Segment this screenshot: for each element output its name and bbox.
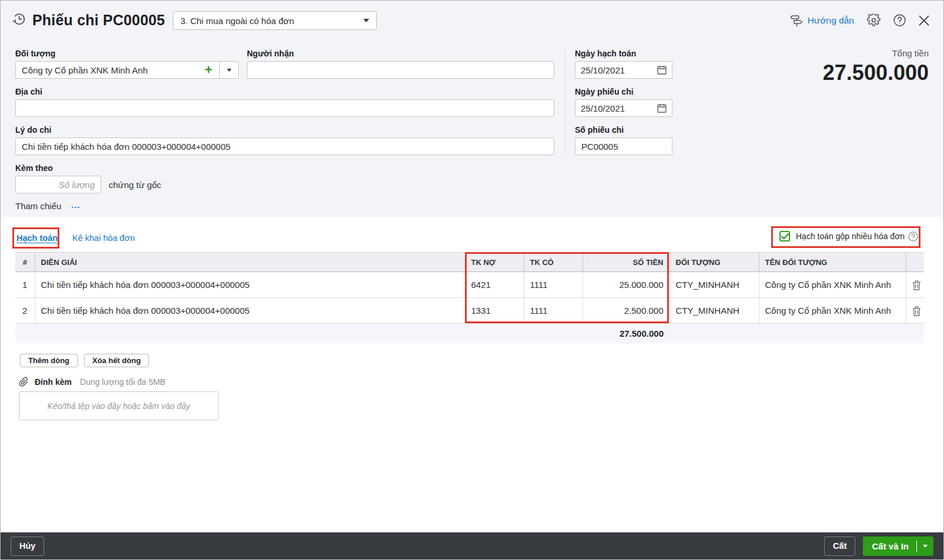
- nguoi-nhan-label: Người nhận: [247, 49, 294, 58]
- add-doi-tuong-button[interactable]: +: [205, 63, 212, 76]
- merge-invoices-group: Hạch toán gộp nhiều hóa đơn: [779, 231, 918, 242]
- attachment-hint: Dung lượng tối đa 5MB: [80, 377, 165, 387]
- header-actions: Hướng dẫn: [791, 14, 929, 27]
- merge-invoices-help-icon[interactable]: [908, 232, 918, 242]
- col-header-so-tien: SỐ TIỀN: [583, 253, 669, 272]
- tham-chieu-link[interactable]: ...: [71, 200, 81, 210]
- cell-tk-co[interactable]: 1111: [524, 272, 583, 298]
- merge-invoices-label: Hạch toán gộp nhiều hóa đơn: [796, 232, 905, 241]
- doi-tuong-label: Đối tượng: [15, 49, 55, 58]
- calendar-icon[interactable]: [657, 103, 667, 113]
- guide-link-label: Hướng dẫn: [808, 15, 854, 26]
- save-options-dropdown[interactable]: [917, 545, 933, 548]
- paperclip-icon: [19, 377, 29, 387]
- attachment-row: Đính kèm Dung lượng tối đa 5MB: [19, 377, 165, 387]
- chevron-down-icon: [227, 69, 232, 72]
- gear-icon: [867, 14, 881, 27]
- voucher-header-area: Phiếu chi PC00005 3. Chi mua ngoài có hó…: [1, 1, 943, 217]
- close-icon: [919, 15, 929, 26]
- clear-rows-button[interactable]: Xóa hết dòng: [84, 354, 149, 367]
- add-row-button[interactable]: Thêm dòng: [20, 354, 78, 367]
- ngay-phieu-chi-value: 25/10/2021: [581, 103, 657, 113]
- help-icon: [893, 14, 906, 26]
- cell-so-tien[interactable]: 25.000.000: [583, 272, 669, 298]
- grid-total-row: 27.500.000: [15, 324, 924, 343]
- guide-link[interactable]: Hướng dẫn: [791, 14, 854, 27]
- dropzone-text: Kéo/thả tệp vào đây hoặc bấm vào đây: [48, 401, 190, 411]
- cancel-button[interactable]: Hủy: [11, 536, 44, 556]
- kem-theo-input[interactable]: [15, 176, 101, 193]
- footer-bar: Hủy Cất Cất và In: [1, 532, 943, 559]
- dia-chi-label: Địa chỉ: [15, 87, 42, 96]
- grid-row[interactable]: 1 Chi tiền tiếp khách hóa đơn 000003+000…: [15, 272, 924, 298]
- ngay-phieu-chi-input[interactable]: 25/10/2021: [575, 99, 672, 117]
- tab-ke-khai-hoa-don[interactable]: Kê khai hóa đơn: [72, 233, 135, 243]
- row-index: 1: [15, 272, 35, 298]
- check-icon: [781, 233, 789, 240]
- tham-chieu-label: Tham chiếu: [15, 201, 61, 211]
- voucher-type-value: 3. Chi mua ngoài có hóa đơn: [180, 16, 363, 26]
- doi-tuong-combo: Công ty Cổ phần XNK Minh Anh +: [15, 61, 239, 79]
- doi-tuong-input[interactable]: Công ty Cổ phần XNK Minh Anh +: [15, 61, 220, 79]
- delete-row-button[interactable]: [912, 306, 921, 316]
- row-index: 2: [15, 298, 35, 324]
- payment-voucher-window: Phiếu chi PC00005 3. Chi mua ngoài có hó…: [0, 0, 944, 560]
- so-phieu-chi-input[interactable]: [575, 138, 672, 155]
- chevron-down-icon: [363, 19, 369, 22]
- cell-tk-no[interactable]: 6421: [465, 272, 524, 298]
- nguoi-nhan-input[interactable]: [247, 61, 554, 79]
- ngay-hach-toan-label: Ngày hạch toán: [575, 49, 636, 58]
- col-header-doi-tuong: ĐỐI TƯỢNG: [669, 253, 759, 272]
- signpost-icon: [791, 14, 803, 27]
- kem-theo-suffix: chứng từ gốc: [109, 180, 161, 190]
- attachment-label: Đính kèm: [35, 377, 72, 387]
- cell-dien-giai[interactable]: Chi tiền tiếp khách hóa đơn 000003+00000…: [35, 272, 465, 298]
- ngay-phieu-chi-label: Ngày phiếu chi: [575, 87, 634, 96]
- merge-invoices-checkbox[interactable]: [779, 231, 790, 242]
- so-phieu-chi-label: Số phiếu chi: [575, 125, 624, 135]
- detail-area: Hạch toán Kê khai hóa đơn Hạch toán gộp …: [1, 217, 943, 532]
- ly-do-chi-input[interactable]: [15, 138, 554, 155]
- close-button[interactable]: [919, 15, 929, 26]
- doi-tuong-value: Công ty Cổ phần XNK Minh Anh: [22, 65, 205, 75]
- chevron-down-icon: [923, 545, 928, 548]
- cell-ten-doi-tuong[interactable]: Công ty Cổ phần XNK Minh Anh: [759, 298, 906, 324]
- history-icon[interactable]: [12, 12, 25, 25]
- accounting-grid: # DIỄN GIẢI TK NỢ TK CÓ SỐ TIỀN ĐỐI TƯỢN…: [15, 252, 924, 343]
- cell-doi-tuong[interactable]: CTY_MINHANH: [669, 298, 759, 324]
- cell-dien-giai[interactable]: Chi tiền tiếp khách hóa đơn 000003+00000…: [35, 298, 465, 324]
- col-header-tk-no: TK NỢ: [465, 253, 524, 272]
- save-button[interactable]: Cất: [824, 536, 855, 556]
- col-header-index: #: [15, 253, 35, 272]
- cell-tk-no[interactable]: 1331: [465, 298, 524, 324]
- col-header-dien-giai: DIỄN GIẢI: [35, 253, 465, 272]
- grid-row[interactable]: 2 Chi tiền tiếp khách hóa đơn 000003+000…: [15, 298, 924, 324]
- cell-so-tien[interactable]: 2.500.000: [583, 298, 669, 324]
- ngay-hach-toan-value: 25/10/2021: [581, 65, 657, 75]
- tab-hach-toan[interactable]: Hạch toán: [16, 233, 58, 243]
- ngay-hach-toan-input[interactable]: 25/10/2021: [575, 61, 672, 79]
- save-and-print-label: Cất và In: [863, 541, 916, 551]
- save-and-print-button[interactable]: Cất và In: [863, 536, 933, 556]
- ly-do-chi-label: Lý do chi: [15, 125, 51, 135]
- delete-row-button[interactable]: [912, 280, 921, 290]
- form-divider: [565, 49, 565, 155]
- attachment-dropzone[interactable]: Kéo/thả tệp vào đây hoặc bấm vào đây: [19, 391, 219, 420]
- page-title: Phiếu chi PC00005: [32, 12, 165, 29]
- col-header-tk-co: TK CÓ: [524, 253, 583, 272]
- tong-tien-label: Tổng tiền: [892, 48, 929, 58]
- cell-tk-co[interactable]: 1111: [524, 298, 583, 324]
- total-so-tien: 27.500.000: [583, 324, 669, 343]
- kem-theo-label: Kèm theo: [15, 163, 53, 173]
- cell-ten-doi-tuong[interactable]: Công ty Cổ phần XNK Minh Anh: [759, 272, 906, 298]
- grid-header-row: # DIỄN GIẢI TK NỢ TK CÓ SỐ TIỀN ĐỐI TƯỢN…: [15, 253, 924, 272]
- help-button[interactable]: [893, 14, 906, 26]
- tong-tien-value: 27.500.000: [823, 61, 929, 85]
- doi-tuong-dropdown-button[interactable]: [220, 61, 239, 79]
- cell-doi-tuong[interactable]: CTY_MINHANH: [669, 272, 759, 298]
- voucher-type-dropdown[interactable]: 3. Chi mua ngoài có hóa đơn: [173, 11, 377, 30]
- calendar-icon[interactable]: [657, 65, 667, 75]
- col-header-ten-doi-tuong: TÊN ĐỐI TƯỢNG: [759, 253, 906, 272]
- settings-button[interactable]: [867, 14, 881, 27]
- dia-chi-input[interactable]: [15, 99, 554, 117]
